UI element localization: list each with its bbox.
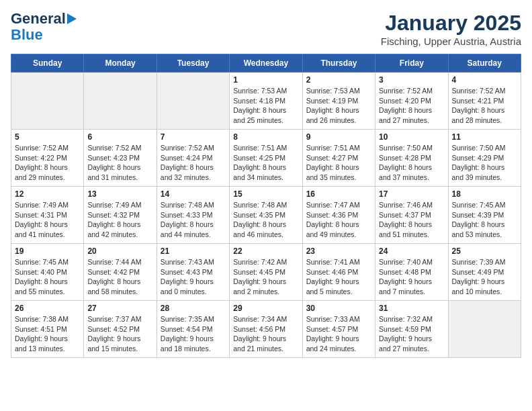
calendar-cell: 1Sunrise: 7:53 AM Sunset: 4:18 PM Daylig… — [230, 73, 302, 130]
day-number: 13 — [87, 189, 152, 199]
calendar-cell: 5Sunrise: 7:52 AM Sunset: 4:22 PM Daylig… — [11, 130, 84, 187]
calendar-cell — [84, 73, 157, 130]
week-row-2: 5Sunrise: 7:52 AM Sunset: 4:22 PM Daylig… — [11, 130, 521, 187]
day-header-sunday: Sunday — [11, 54, 84, 73]
day-number: 5 — [15, 132, 80, 142]
day-number: 14 — [161, 189, 226, 199]
calendar-cell: 15Sunrise: 7:48 AM Sunset: 4:35 PM Dayli… — [230, 187, 302, 244]
day-info: Sunrise: 7:34 AM Sunset: 4:56 PM Dayligh… — [233, 314, 298, 354]
day-info: Sunrise: 7:52 AM Sunset: 4:23 PM Dayligh… — [87, 143, 152, 183]
day-header-saturday: Saturday — [448, 54, 521, 73]
week-row-4: 19Sunrise: 7:45 AM Sunset: 4:40 PM Dayli… — [11, 244, 521, 301]
calendar-cell: 31Sunrise: 7:32 AM Sunset: 4:59 PM Dayli… — [375, 301, 448, 358]
day-info: Sunrise: 7:53 AM Sunset: 4:19 PM Dayligh… — [306, 86, 371, 126]
day-header-friday: Friday — [375, 54, 448, 73]
calendar-cell: 11Sunrise: 7:50 AM Sunset: 4:29 PM Dayli… — [448, 130, 521, 187]
calendar-cell: 6Sunrise: 7:52 AM Sunset: 4:23 PM Daylig… — [84, 130, 157, 187]
day-info: Sunrise: 7:52 AM Sunset: 4:24 PM Dayligh… — [161, 143, 226, 183]
day-number: 25 — [452, 246, 517, 256]
day-info: Sunrise: 7:39 AM Sunset: 4:49 PM Dayligh… — [452, 257, 517, 297]
day-info: Sunrise: 7:51 AM Sunset: 4:25 PM Dayligh… — [233, 143, 298, 183]
day-info: Sunrise: 7:45 AM Sunset: 4:40 PM Dayligh… — [15, 257, 80, 297]
title-block: January 2025 Fisching, Upper Austria, Au… — [381, 11, 521, 47]
day-number: 2 — [306, 75, 371, 85]
calendar-cell: 10Sunrise: 7:50 AM Sunset: 4:28 PM Dayli… — [375, 130, 448, 187]
calendar-cell: 29Sunrise: 7:34 AM Sunset: 4:56 PM Dayli… — [230, 301, 302, 358]
day-info: Sunrise: 7:52 AM Sunset: 4:22 PM Dayligh… — [15, 143, 80, 183]
day-number: 21 — [161, 246, 226, 256]
day-number: 11 — [452, 132, 517, 142]
logo-general: General — [11, 11, 66, 27]
day-info: Sunrise: 7:33 AM Sunset: 4:57 PM Dayligh… — [306, 314, 371, 354]
page-subtitle: Fisching, Upper Austria, Austria — [381, 36, 521, 47]
logo-blue: Blue — [11, 27, 43, 43]
day-number: 19 — [15, 246, 80, 256]
day-number: 20 — [87, 246, 152, 256]
day-info: Sunrise: 7:48 AM Sunset: 4:33 PM Dayligh… — [161, 200, 226, 240]
day-header-row: SundayMondayTuesdayWednesdayThursdayFrid… — [11, 54, 521, 73]
day-info: Sunrise: 7:44 AM Sunset: 4:42 PM Dayligh… — [87, 257, 152, 297]
calendar-cell: 12Sunrise: 7:49 AM Sunset: 4:31 PM Dayli… — [11, 187, 84, 244]
day-number: 31 — [379, 304, 444, 313]
day-info: Sunrise: 7:48 AM Sunset: 4:35 PM Dayligh… — [233, 200, 298, 240]
day-number: 24 — [379, 246, 444, 256]
calendar-body: 1Sunrise: 7:53 AM Sunset: 4:18 PM Daylig… — [11, 73, 521, 358]
day-number: 9 — [306, 132, 371, 142]
calendar-cell: 30Sunrise: 7:33 AM Sunset: 4:57 PM Dayli… — [302, 301, 375, 358]
day-info: Sunrise: 7:45 AM Sunset: 4:39 PM Dayligh… — [452, 200, 517, 240]
calendar-cell: 13Sunrise: 7:49 AM Sunset: 4:32 PM Dayli… — [84, 187, 157, 244]
day-header-thursday: Thursday — [302, 54, 375, 73]
calendar-cell — [11, 73, 84, 130]
day-number: 26 — [15, 304, 80, 313]
day-number: 6 — [87, 132, 152, 142]
day-number: 16 — [306, 189, 371, 199]
day-info: Sunrise: 7:32 AM Sunset: 4:59 PM Dayligh… — [379, 314, 444, 354]
day-info: Sunrise: 7:41 AM Sunset: 4:46 PM Dayligh… — [306, 257, 371, 297]
day-info: Sunrise: 7:40 AM Sunset: 4:48 PM Dayligh… — [379, 257, 444, 297]
day-number: 27 — [87, 304, 152, 313]
calendar-cell: 18Sunrise: 7:45 AM Sunset: 4:39 PM Dayli… — [448, 187, 521, 244]
day-number: 23 — [306, 246, 371, 256]
day-number: 15 — [233, 189, 298, 199]
day-header-wednesday: Wednesday — [230, 54, 302, 73]
day-number: 29 — [233, 304, 298, 313]
day-number: 3 — [379, 75, 444, 85]
day-info: Sunrise: 7:47 AM Sunset: 4:36 PM Dayligh… — [306, 200, 371, 240]
day-number: 8 — [233, 132, 298, 142]
day-number: 12 — [15, 189, 80, 199]
week-row-3: 12Sunrise: 7:49 AM Sunset: 4:31 PM Dayli… — [11, 187, 521, 244]
day-info: Sunrise: 7:35 AM Sunset: 4:54 PM Dayligh… — [161, 314, 226, 354]
calendar-cell: 7Sunrise: 7:52 AM Sunset: 4:24 PM Daylig… — [157, 130, 229, 187]
day-info: Sunrise: 7:52 AM Sunset: 4:20 PM Dayligh… — [379, 86, 444, 126]
logo: General Blue — [11, 11, 77, 43]
calendar-cell: 19Sunrise: 7:45 AM Sunset: 4:40 PM Dayli… — [11, 244, 84, 301]
calendar-cell: 24Sunrise: 7:40 AM Sunset: 4:48 PM Dayli… — [375, 244, 448, 301]
day-info: Sunrise: 7:51 AM Sunset: 4:27 PM Dayligh… — [306, 143, 371, 183]
calendar-cell: 9Sunrise: 7:51 AM Sunset: 4:27 PM Daylig… — [302, 130, 375, 187]
day-number: 1 — [233, 75, 298, 85]
day-number: 22 — [233, 246, 298, 256]
calendar-cell: 16Sunrise: 7:47 AM Sunset: 4:36 PM Dayli… — [302, 187, 375, 244]
week-row-1: 1Sunrise: 7:53 AM Sunset: 4:18 PM Daylig… — [11, 73, 521, 130]
day-info: Sunrise: 7:43 AM Sunset: 4:43 PM Dayligh… — [161, 257, 226, 297]
day-number: 28 — [161, 304, 226, 313]
day-number: 4 — [452, 75, 517, 85]
day-number: 30 — [306, 304, 371, 313]
calendar-cell: 8Sunrise: 7:51 AM Sunset: 4:25 PM Daylig… — [230, 130, 302, 187]
calendar-cell: 21Sunrise: 7:43 AM Sunset: 4:43 PM Dayli… — [157, 244, 229, 301]
logo-arrow-icon — [67, 13, 77, 24]
page-header: General Blue January 2025 Fisching, Uppe… — [11, 11, 521, 47]
day-info: Sunrise: 7:42 AM Sunset: 4:45 PM Dayligh… — [233, 257, 298, 297]
calendar-cell: 25Sunrise: 7:39 AM Sunset: 4:49 PM Dayli… — [448, 244, 521, 301]
calendar-cell: 4Sunrise: 7:52 AM Sunset: 4:21 PM Daylig… — [448, 73, 521, 130]
day-info: Sunrise: 7:37 AM Sunset: 4:52 PM Dayligh… — [87, 314, 152, 354]
calendar-cell: 28Sunrise: 7:35 AM Sunset: 4:54 PM Dayli… — [157, 301, 229, 358]
day-info: Sunrise: 7:52 AM Sunset: 4:21 PM Dayligh… — [452, 86, 517, 126]
day-number: 17 — [379, 189, 444, 199]
day-number: 10 — [379, 132, 444, 142]
day-number: 18 — [452, 189, 517, 199]
day-info: Sunrise: 7:49 AM Sunset: 4:31 PM Dayligh… — [15, 200, 80, 240]
calendar-cell: 14Sunrise: 7:48 AM Sunset: 4:33 PM Dayli… — [157, 187, 229, 244]
calendar-cell: 27Sunrise: 7:37 AM Sunset: 4:52 PM Dayli… — [84, 301, 157, 358]
calendar-header: SundayMondayTuesdayWednesdayThursdayFrid… — [11, 54, 521, 73]
